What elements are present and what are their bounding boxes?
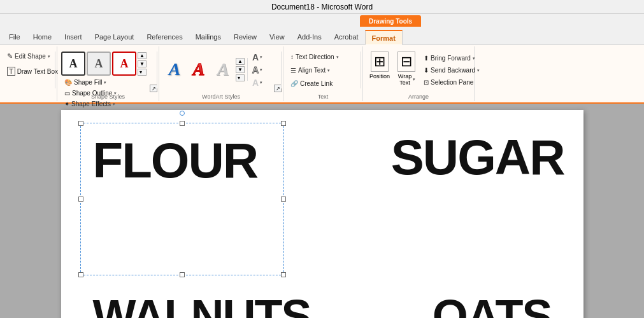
handle-bottom-right[interactable] (281, 272, 286, 277)
shape-effects-icon: ✦ (64, 100, 69, 107)
tab-view[interactable]: View (263, 29, 291, 45)
drawing-tools-label: Drawing Tools (360, 15, 421, 27)
send-backward-arrow: ▾ (477, 68, 480, 73)
selection-pane-icon: ⊡ (424, 79, 429, 86)
text-fill-button[interactable]: A ▾ (250, 52, 264, 63)
handle-bottom-center[interactable] (180, 272, 185, 277)
shape-style-btn-3[interactable]: A (112, 52, 136, 76)
shape-fill-arrow: ▾ (104, 80, 106, 85)
text-direction-icon: ↕ (290, 53, 294, 60)
tab-references[interactable]: References (140, 29, 189, 45)
handle-middle-right[interactable] (281, 197, 286, 202)
position-icon: ⊞ (371, 52, 389, 72)
ribbon: ✎ Edit Shape ▾ T Draw Text Box A A A ▲ ▼… (0, 45, 644, 104)
handle-top-left[interactable] (78, 121, 83, 126)
send-backward-button[interactable]: ⬇ Send Backward ▾ (420, 65, 483, 76)
shape-styles-scroll-up[interactable]: ▲ (138, 52, 147, 59)
text-effects-button[interactable]: A ▾ (250, 77, 264, 88)
draw-text-box-button[interactable]: T Draw Text Box (4, 65, 61, 78)
text-fill-arrow: ▾ (260, 55, 262, 60)
tab-page-layout[interactable]: Page Layout (89, 29, 141, 45)
shape-styles-group: A A A ▲ ▼ ▾ 🎨 Shape Fill ▾ ▭ Shape Outli… (57, 46, 159, 101)
shape-style-btn-2[interactable]: A (87, 52, 111, 76)
bring-forward-arrow: ▾ (473, 56, 475, 61)
shape-styles-scroll-down[interactable]: ▼ (138, 60, 147, 67)
send-backward-icon: ⬇ (424, 67, 429, 74)
wordart-label: WordArt Styles (159, 93, 283, 100)
arrange-content: ⊞ Position ⊟ Wrap Text ▾ ⬆ Bring Forward (367, 48, 470, 100)
word-walnuts: WALNUTS (93, 293, 311, 318)
shape-fill-icon: 🎨 (64, 79, 72, 86)
align-text-icon: ☰ (290, 67, 296, 74)
tab-home[interactable]: Home (27, 29, 58, 45)
draw-text-box-icon: T (7, 67, 15, 76)
tab-acrobat[interactable]: Acrobat (328, 29, 365, 45)
wordart-expand[interactable]: ▾ (236, 74, 245, 81)
tab-file[interactable]: File (3, 29, 27, 45)
create-link-icon: 🔗 (290, 80, 298, 87)
bring-forward-button[interactable]: ⬆ Bring Forward ▾ (420, 53, 483, 64)
shape-effects-arrow: ▾ (113, 102, 115, 107)
shape-styles-content: A A A ▲ ▼ ▾ 🎨 Shape Fill ▾ ▭ Shape Outli… (61, 48, 155, 118)
tab-addins[interactable]: Add-Ins (291, 29, 328, 45)
edit-shape-arrow: ▾ (48, 54, 50, 59)
title-text: Document18 - Microsoft Word (271, 3, 373, 11)
text-effects-icon: A (252, 78, 259, 88)
shape-styles-label: Shape Styles (57, 93, 159, 100)
handle-top-center[interactable] (180, 121, 185, 126)
text-direction-arrow: ▾ (336, 55, 339, 60)
text-outline-button[interactable]: A ▾ (250, 64, 264, 76)
word-flour: FLOUR (93, 135, 258, 185)
wordart-btn-2[interactable]: A (187, 58, 210, 81)
text-outline-icon: A (252, 65, 259, 75)
wordart-btn-1[interactable]: A (163, 58, 186, 81)
document-page: FLOUR SUGAR WALNUTS OATS (61, 110, 583, 318)
wrap-text-button[interactable]: ⊟ Wrap Text ▾ (395, 50, 418, 87)
text-group: ↕ Text Direction ▾ ☰ Align Text ▾ 🔗 Crea… (283, 46, 363, 101)
text-effects-arrow: ▾ (260, 80, 262, 85)
arrange-label: Arrange (363, 93, 474, 100)
tab-format[interactable]: Format (365, 30, 403, 45)
wordart-scroll-down[interactable]: ▼ (236, 66, 245, 73)
bring-forward-icon: ⬆ (424, 55, 429, 62)
word-sugar: SUGAR (391, 132, 564, 182)
document-area: FLOUR SUGAR WALNUTS OATS (0, 104, 644, 318)
shape-styles-expand[interactable]: ▾ (138, 69, 147, 76)
arrange-group: ⊞ Position ⊟ Wrap Text ▾ ⬆ Bring Forward (363, 46, 475, 101)
text-content: ↕ Text Direction ▾ ☰ Align Text ▾ 🔗 Crea… (287, 48, 359, 100)
tab-insert[interactable]: Insert (58, 29, 89, 45)
handle-bottom-left[interactable] (78, 272, 83, 277)
rotate-handle[interactable] (180, 111, 185, 116)
text-direction-button[interactable]: ↕ Text Direction ▾ (287, 52, 342, 62)
text-outline-arrow: ▾ (260, 67, 262, 73)
align-text-button[interactable]: ☰ Align Text ▾ (287, 65, 333, 76)
wrap-text-icon: ⊟ (397, 52, 415, 72)
selection-pane-button[interactable]: ⊡ Selection Pane (420, 77, 483, 88)
wordart-btn-3[interactable]: A (211, 58, 234, 81)
align-text-arrow: ▾ (327, 68, 330, 73)
create-link-button[interactable]: 🔗 Create Link (287, 78, 336, 89)
handle-middle-left[interactable] (78, 197, 83, 202)
insert-group: ✎ Edit Shape ▾ T Draw Text Box (0, 46, 57, 101)
wordart-content: A A A ▲ ▼ ▾ A ▾ A ▾ (163, 48, 279, 100)
insert-group-content: ✎ Edit Shape ▾ T Draw Text Box (4, 48, 53, 100)
shape-fill-button[interactable]: 🎨 Shape Fill ▾ (61, 77, 110, 88)
position-button[interactable]: ⊞ Position (367, 50, 392, 81)
tab-mailings[interactable]: Mailings (189, 29, 227, 45)
word-oats: OATS (433, 293, 552, 318)
wordart-scroll-up[interactable]: ▲ (236, 58, 245, 65)
text-label: Text (283, 93, 362, 100)
wrap-text-arrow: ▾ (413, 77, 415, 82)
shape-style-btn-1[interactable]: A (61, 52, 85, 76)
wordart-group: A A A ▲ ▼ ▾ A ▾ A ▾ (159, 46, 283, 101)
handle-top-right[interactable] (281, 121, 286, 126)
tab-review[interactable]: Review (227, 29, 263, 45)
title-bar: Document18 - Microsoft Word (0, 0, 644, 14)
shape-effects-button[interactable]: ✦ Shape Effects ▾ (61, 99, 118, 109)
edit-shape-icon: ✎ (7, 52, 13, 60)
tab-bar: File Home Insert Page Layout References … (0, 27, 644, 45)
edit-shape-button[interactable]: ✎ Edit Shape ▾ (4, 50, 54, 62)
text-fill-icon: A (252, 52, 259, 62)
